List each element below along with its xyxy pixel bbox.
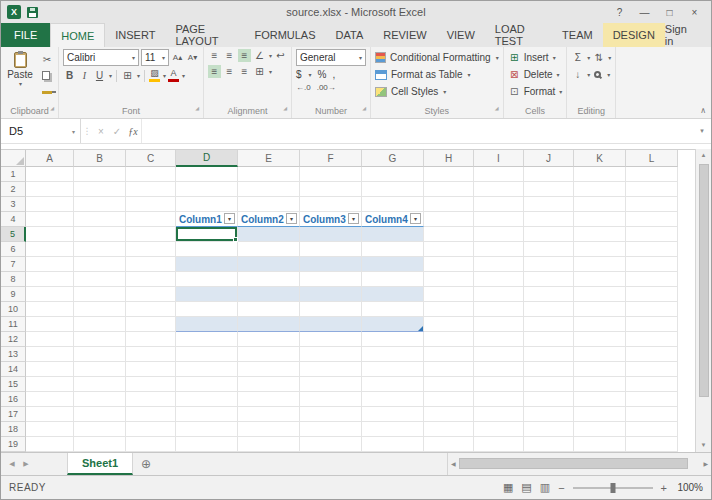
row-header-18[interactable]: 18 [1, 422, 26, 437]
cell-F14[interactable] [300, 362, 362, 377]
row-header-3[interactable]: 3 [1, 197, 26, 212]
row-header-9[interactable]: 9 [1, 287, 26, 302]
font-name-dropdown-icon[interactable]: ▾ [132, 54, 135, 61]
cell-L10[interactable] [626, 302, 678, 317]
column-header-H[interactable]: H [424, 150, 474, 167]
orientation-dropdown-icon[interactable]: ▾ [269, 52, 272, 59]
bold-button[interactable]: B [63, 69, 76, 82]
column-header-K[interactable]: K [574, 150, 626, 167]
cell-H4[interactable] [424, 212, 474, 227]
cell-F7[interactable] [300, 257, 362, 272]
close-button[interactable]: × [682, 7, 707, 18]
cell-C1[interactable] [126, 167, 176, 182]
cell-E5[interactable] [238, 227, 300, 242]
cell-D9[interactable] [176, 287, 238, 302]
cell-I18[interactable] [474, 422, 524, 437]
styles-dialog-launcher[interactable]: ◢ [495, 101, 499, 115]
cell-B14[interactable] [74, 362, 126, 377]
cell-F16[interactable] [300, 392, 362, 407]
cell-I8[interactable] [474, 272, 524, 287]
number-format-select[interactable]: General▾ [296, 49, 366, 66]
cell-C15[interactable] [126, 377, 176, 392]
cell-H11[interactable] [424, 317, 474, 332]
cell-D6[interactable] [176, 242, 238, 257]
cell-L13[interactable] [626, 347, 678, 362]
cell-D7[interactable] [176, 257, 238, 272]
cell-I4[interactable] [474, 212, 524, 227]
row-header-12[interactable]: 12 [1, 332, 26, 347]
vertical-scroll-thumb[interactable] [699, 164, 709, 397]
cell-A19[interactable] [26, 437, 74, 452]
cell-G14[interactable] [362, 362, 424, 377]
cell-F11[interactable] [300, 317, 362, 332]
cell-I17[interactable] [474, 407, 524, 422]
decrease-decimal-icon[interactable]: .00→ [317, 83, 336, 92]
insert-function-icon[interactable]: ƒx [125, 126, 141, 137]
copy-icon[interactable] [42, 71, 50, 80]
row-header-16[interactable]: 16 [1, 392, 26, 407]
cell-B16[interactable] [74, 392, 126, 407]
clipboard-dialog-launcher[interactable]: ◢ [50, 101, 54, 115]
font-size-dropdown-icon[interactable]: ▾ [162, 54, 165, 61]
cell-A6[interactable] [26, 242, 74, 257]
cell-C12[interactable] [126, 332, 176, 347]
cell-C6[interactable] [126, 242, 176, 257]
cell-A12[interactable] [26, 332, 74, 347]
find-select-icon[interactable] [594, 71, 601, 78]
align-left-icon[interactable]: ≡ [208, 65, 221, 78]
zoom-slider-thumb[interactable] [610, 483, 615, 493]
row-header-11[interactable]: 11 [1, 317, 26, 332]
cell-F6[interactable] [300, 242, 362, 257]
vertical-scroll-track[interactable] [698, 162, 710, 439]
add-sheet-button[interactable]: ⊕ [141, 457, 151, 471]
alignment-dialog-launcher[interactable]: ◢ [283, 101, 287, 115]
merge-center-dropdown-icon[interactable]: ▾ [269, 68, 272, 75]
cell-E10[interactable] [238, 302, 300, 317]
cell-A13[interactable] [26, 347, 74, 362]
cell-K13[interactable] [574, 347, 626, 362]
cell-H3[interactable] [424, 197, 474, 212]
find-select-dropdown-icon[interactable]: ▾ [607, 71, 610, 78]
cell-C3[interactable] [126, 197, 176, 212]
cell-K12[interactable] [574, 332, 626, 347]
cell-E3[interactable] [238, 197, 300, 212]
cell-A2[interactable] [26, 182, 74, 197]
cell-L9[interactable] [626, 287, 678, 302]
row-header-5[interactable]: 5 [1, 227, 26, 242]
cell-J3[interactable] [524, 197, 574, 212]
cell-styles-button[interactable]: Cell Styles ▾ [375, 83, 499, 100]
cell-D10[interactable] [176, 302, 238, 317]
filter-dropdown-Column2[interactable]: ▾ [286, 213, 297, 224]
cell-J12[interactable] [524, 332, 574, 347]
cell-L5[interactable] [626, 227, 678, 242]
cell-G8[interactable] [362, 272, 424, 287]
format-as-table-button[interactable]: Format as Table ▾ [375, 66, 499, 83]
cell-F17[interactable] [300, 407, 362, 422]
italic-button[interactable]: I [78, 69, 91, 82]
cell-L1[interactable] [626, 167, 678, 182]
cell-K4[interactable] [574, 212, 626, 227]
cell-K14[interactable] [574, 362, 626, 377]
page-layout-view-icon[interactable]: ▤ [521, 481, 531, 494]
cell-D17[interactable] [176, 407, 238, 422]
save-icon[interactable] [27, 7, 38, 18]
cell-K1[interactable] [574, 167, 626, 182]
cell-C10[interactable] [126, 302, 176, 317]
cell-G13[interactable] [362, 347, 424, 362]
autosum-button[interactable]: Σ [571, 51, 584, 64]
row-header-13[interactable]: 13 [1, 347, 26, 362]
cell-H1[interactable] [424, 167, 474, 182]
cell-A15[interactable] [26, 377, 74, 392]
orientation-icon[interactable]: ∠ [253, 49, 266, 62]
cell-C16[interactable] [126, 392, 176, 407]
increase-decimal-icon[interactable]: ←.0 [296, 83, 311, 92]
row-header-6[interactable]: 6 [1, 242, 26, 257]
font-size-select[interactable]: 11▾ [141, 49, 169, 66]
number-format-dropdown-icon[interactable]: ▾ [359, 54, 362, 61]
cell-A18[interactable] [26, 422, 74, 437]
cell-G18[interactable] [362, 422, 424, 437]
formula-input[interactable] [141, 119, 693, 143]
cell-J14[interactable] [524, 362, 574, 377]
cell-L16[interactable] [626, 392, 678, 407]
delete-cells-button[interactable]: ⊠ Delete ▾ [508, 66, 563, 83]
